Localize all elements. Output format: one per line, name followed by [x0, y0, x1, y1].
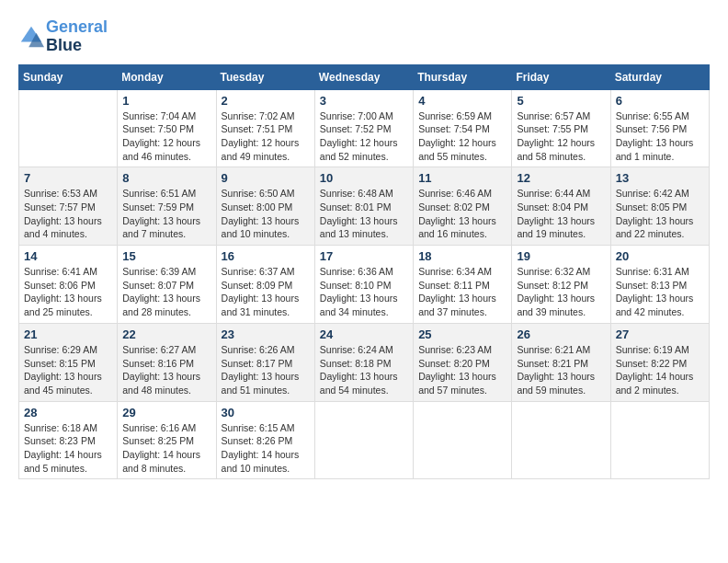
day-detail: Sunrise: 6:34 AMSunset: 8:11 PMDaylight:…: [418, 265, 506, 319]
day-detail: Sunrise: 6:59 AMSunset: 7:54 PMDaylight:…: [418, 109, 506, 164]
day-detail: Sunrise: 6:50 AMSunset: 8:00 PMDaylight:…: [222, 187, 310, 241]
day-number: 2: [222, 94, 310, 108]
calendar-cell: 14Sunrise: 6:41 AMSunset: 8:06 PMDayligh…: [19, 246, 118, 324]
weekday-header-wednesday: Wednesday: [314, 64, 413, 89]
calendar-cell: 20Sunrise: 6:31 AMSunset: 8:13 PMDayligh…: [610, 246, 709, 324]
day-detail: Sunrise: 6:24 AMSunset: 8:18 PMDaylight:…: [320, 343, 408, 397]
day-number: 8: [122, 171, 210, 185]
day-detail: Sunrise: 7:04 AMSunset: 7:50 PMDaylight:…: [122, 109, 210, 164]
calendar-cell: 1Sunrise: 7:04 AMSunset: 7:50 PMDaylight…: [118, 89, 216, 167]
calendar-cell: 25Sunrise: 6:23 AMSunset: 8:20 PMDayligh…: [414, 323, 512, 401]
calendar-cell: 11Sunrise: 6:46 AMSunset: 8:02 PMDayligh…: [414, 167, 512, 246]
day-detail: Sunrise: 6:46 AMSunset: 8:02 PMDaylight:…: [418, 187, 506, 241]
day-detail: Sunrise: 6:21 AMSunset: 8:21 PMDaylight:…: [517, 343, 605, 397]
calendar-table: SundayMondayTuesdayWednesdayThursdayFrid…: [18, 64, 710, 480]
calendar-cell: [314, 401, 413, 479]
day-detail: Sunrise: 6:44 AMSunset: 8:04 PMDaylight:…: [517, 187, 605, 241]
calendar-cell: 3Sunrise: 7:00 AMSunset: 7:52 PMDaylight…: [314, 89, 413, 167]
calendar-cell: 4Sunrise: 6:59 AMSunset: 7:54 PMDaylight…: [414, 89, 512, 167]
day-detail: Sunrise: 6:32 AMSunset: 8:12 PMDaylight:…: [517, 265, 605, 319]
day-detail: Sunrise: 6:55 AMSunset: 7:56 PMDaylight:…: [616, 109, 704, 164]
day-number: 3: [320, 94, 408, 108]
calendar-cell: 19Sunrise: 6:32 AMSunset: 8:12 PMDayligh…: [512, 246, 610, 324]
calendar-cell: 5Sunrise: 6:57 AMSunset: 7:55 PMDaylight…: [512, 89, 610, 167]
day-number: 30: [222, 406, 310, 419]
day-number: 26: [517, 327, 605, 341]
logo: General Blue: [18, 18, 108, 55]
calendar-cell: 15Sunrise: 6:39 AMSunset: 8:07 PMDayligh…: [118, 246, 216, 324]
week-row-2: 7Sunrise: 6:53 AMSunset: 7:57 PMDaylight…: [19, 167, 710, 246]
calendar-cell: 24Sunrise: 6:24 AMSunset: 8:18 PMDayligh…: [314, 323, 413, 401]
day-number: 7: [24, 171, 112, 185]
calendar-cell: 10Sunrise: 6:48 AMSunset: 8:01 PMDayligh…: [314, 167, 413, 246]
day-detail: Sunrise: 6:18 AMSunset: 8:23 PMDaylight:…: [24, 421, 112, 476]
day-number: 28: [24, 406, 112, 419]
calendar-cell: 22Sunrise: 6:27 AMSunset: 8:16 PMDayligh…: [118, 323, 216, 401]
weekday-header-row: SundayMondayTuesdayWednesdayThursdayFrid…: [19, 64, 710, 89]
day-number: 9: [222, 171, 310, 185]
day-detail: Sunrise: 6:39 AMSunset: 8:07 PMDaylight:…: [122, 265, 210, 319]
day-number: 1: [122, 94, 210, 108]
calendar-cell: 8Sunrise: 6:51 AMSunset: 7:59 PMDaylight…: [118, 167, 216, 246]
week-row-4: 21Sunrise: 6:29 AMSunset: 8:15 PMDayligh…: [19, 323, 710, 401]
calendar-cell: 21Sunrise: 6:29 AMSunset: 8:15 PMDayligh…: [19, 323, 118, 401]
day-number: 27: [616, 327, 704, 341]
day-number: 25: [418, 327, 506, 341]
day-number: 15: [122, 249, 210, 263]
weekday-header-saturday: Saturday: [610, 64, 709, 89]
week-row-1: 1Sunrise: 7:04 AMSunset: 7:50 PMDaylight…: [19, 89, 710, 167]
day-detail: Sunrise: 6:51 AMSunset: 7:59 PMDaylight:…: [122, 187, 210, 241]
calendar-cell: 30Sunrise: 6:15 AMSunset: 8:26 PMDayligh…: [216, 401, 314, 479]
day-number: 22: [122, 327, 210, 341]
day-detail: Sunrise: 7:02 AMSunset: 7:51 PMDaylight:…: [222, 109, 310, 164]
weekday-header-thursday: Thursday: [414, 64, 512, 89]
day-number: 10: [320, 171, 408, 185]
calendar-cell: 18Sunrise: 6:34 AMSunset: 8:11 PMDayligh…: [414, 246, 512, 324]
calendar-cell: [512, 401, 610, 479]
day-number: 23: [222, 327, 310, 341]
day-number: 5: [517, 94, 605, 108]
calendar-cell: 7Sunrise: 6:53 AMSunset: 7:57 PMDaylight…: [19, 167, 118, 246]
calendar-cell: [610, 401, 709, 479]
weekday-header-sunday: Sunday: [19, 64, 118, 89]
day-detail: Sunrise: 6:48 AMSunset: 8:01 PMDaylight:…: [320, 187, 408, 241]
day-number: 19: [517, 249, 605, 263]
calendar-cell: 26Sunrise: 6:21 AMSunset: 8:21 PMDayligh…: [512, 323, 610, 401]
day-number: 14: [24, 249, 112, 263]
day-number: 18: [418, 249, 506, 263]
calendar-cell: 12Sunrise: 6:44 AMSunset: 8:04 PMDayligh…: [512, 167, 610, 246]
day-number: 13: [616, 171, 704, 185]
calendar-cell: 17Sunrise: 6:36 AMSunset: 8:10 PMDayligh…: [314, 246, 413, 324]
weekday-header-monday: Monday: [118, 64, 216, 89]
calendar-cell: 28Sunrise: 6:18 AMSunset: 8:23 PMDayligh…: [19, 401, 118, 479]
day-detail: Sunrise: 6:42 AMSunset: 8:05 PMDaylight:…: [616, 187, 704, 241]
day-detail: Sunrise: 6:37 AMSunset: 8:09 PMDaylight:…: [222, 265, 310, 319]
day-number: 16: [222, 249, 310, 263]
day-detail: Sunrise: 6:16 AMSunset: 8:25 PMDaylight:…: [122, 421, 210, 476]
day-detail: Sunrise: 6:53 AMSunset: 7:57 PMDaylight:…: [24, 187, 112, 241]
day-detail: Sunrise: 6:31 AMSunset: 8:13 PMDaylight:…: [616, 265, 704, 319]
day-number: 29: [122, 406, 210, 419]
day-detail: Sunrise: 6:41 AMSunset: 8:06 PMDaylight:…: [24, 265, 112, 319]
day-detail: Sunrise: 6:29 AMSunset: 8:15 PMDaylight:…: [24, 343, 112, 397]
day-detail: Sunrise: 6:27 AMSunset: 8:16 PMDaylight:…: [122, 343, 210, 397]
calendar-cell: 27Sunrise: 6:19 AMSunset: 8:22 PMDayligh…: [610, 323, 709, 401]
logo-text: General Blue: [46, 18, 108, 55]
day-number: 24: [320, 327, 408, 341]
day-number: 20: [616, 249, 704, 263]
weekday-header-friday: Friday: [512, 64, 610, 89]
logo-icon: [18, 24, 44, 50]
calendar-cell: 2Sunrise: 7:02 AMSunset: 7:51 PMDaylight…: [216, 89, 314, 167]
calendar-cell: 13Sunrise: 6:42 AMSunset: 8:05 PMDayligh…: [610, 167, 709, 246]
day-number: 17: [320, 249, 408, 263]
calendar-cell: [19, 89, 118, 167]
week-row-5: 28Sunrise: 6:18 AMSunset: 8:23 PMDayligh…: [19, 401, 710, 479]
day-detail: Sunrise: 6:36 AMSunset: 8:10 PMDaylight:…: [320, 265, 408, 319]
day-detail: Sunrise: 6:57 AMSunset: 7:55 PMDaylight:…: [517, 109, 605, 164]
day-detail: Sunrise: 6:23 AMSunset: 8:20 PMDaylight:…: [418, 343, 506, 397]
day-number: 6: [616, 94, 704, 108]
day-number: 11: [418, 171, 506, 185]
day-detail: Sunrise: 6:19 AMSunset: 8:22 PMDaylight:…: [616, 343, 704, 397]
day-detail: Sunrise: 7:00 AMSunset: 7:52 PMDaylight:…: [320, 109, 408, 164]
page-header: General Blue: [18, 18, 710, 55]
